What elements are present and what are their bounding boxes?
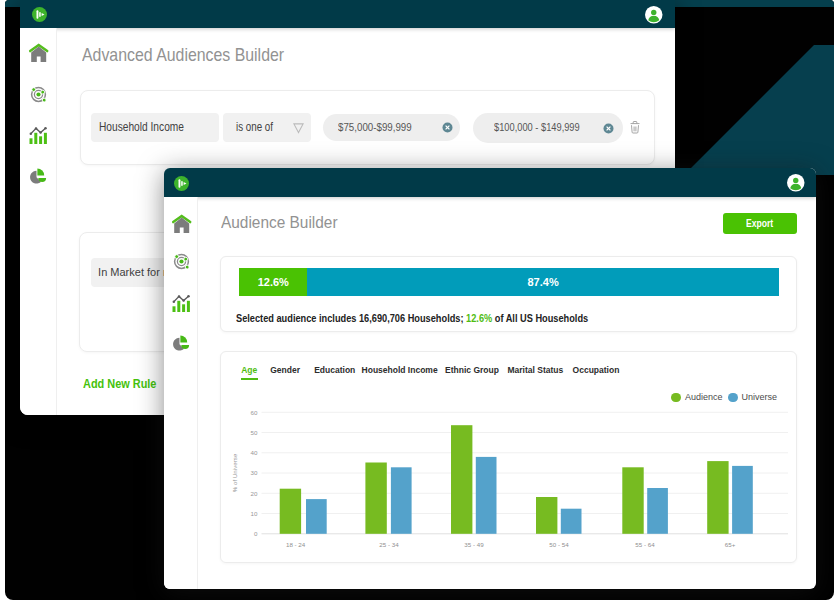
svg-text:40: 40	[251, 449, 258, 456]
svg-text:65+: 65+	[725, 540, 736, 547]
svg-text:35 - 49: 35 - 49	[464, 540, 484, 547]
svg-text:18 - 24: 18 - 24	[286, 540, 306, 547]
svg-text:% of Universe: % of Universe	[231, 453, 238, 492]
svg-text:25 - 34: 25 - 34	[379, 540, 399, 547]
svg-text:50 - 54: 50 - 54	[549, 540, 569, 547]
svg-text:30: 30	[251, 469, 258, 476]
svg-text:20: 20	[251, 489, 258, 496]
svg-text:10: 10	[251, 509, 258, 516]
svg-text:55 - 64: 55 - 64	[635, 540, 655, 547]
svg-text:60: 60	[251, 408, 258, 415]
svg-text:0: 0	[254, 530, 258, 537]
svg-text:50: 50	[251, 428, 258, 435]
